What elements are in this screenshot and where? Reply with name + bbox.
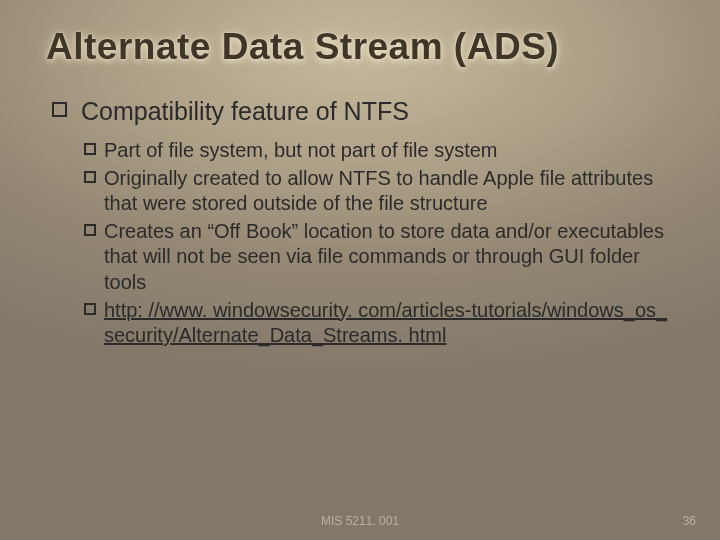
bullet-level2: Part of file system, but not part of fil… xyxy=(84,138,674,164)
square-bullet-icon xyxy=(84,224,96,236)
square-bullet-icon xyxy=(84,171,96,183)
slide-title: Alternate Data Stream (ADS) xyxy=(46,26,674,68)
slide: Alternate Data Stream (ADS) Compatibilit… xyxy=(0,0,720,540)
bullet-level2: Originally created to allow NTFS to hand… xyxy=(84,166,674,217)
footer-course-code: MIS 5211. 001 xyxy=(0,514,720,528)
square-bullet-icon xyxy=(52,102,67,117)
footer-page-number: 36 xyxy=(683,514,696,528)
bullet-level2: Creates an “Off Book” location to store … xyxy=(84,219,674,296)
square-bullet-icon xyxy=(84,143,96,155)
bullet-level2-text: Part of file system, but not part of fil… xyxy=(104,138,498,164)
bullet-level2-text: Originally created to allow NTFS to hand… xyxy=(104,166,674,217)
square-bullet-icon xyxy=(84,303,96,315)
link-text[interactable]: http: //www. windowsecurity. com/article… xyxy=(104,298,674,349)
bullet-level2-link: http: //www. windowsecurity. com/article… xyxy=(84,298,674,349)
bullet-level1-text: Compatibility feature of NTFS xyxy=(81,96,409,126)
bullet-level2-text: Creates an “Off Book” location to store … xyxy=(104,219,674,296)
bullet-level2-group: Part of file system, but not part of fil… xyxy=(84,138,674,349)
bullet-level1: Compatibility feature of NTFS xyxy=(52,96,674,126)
